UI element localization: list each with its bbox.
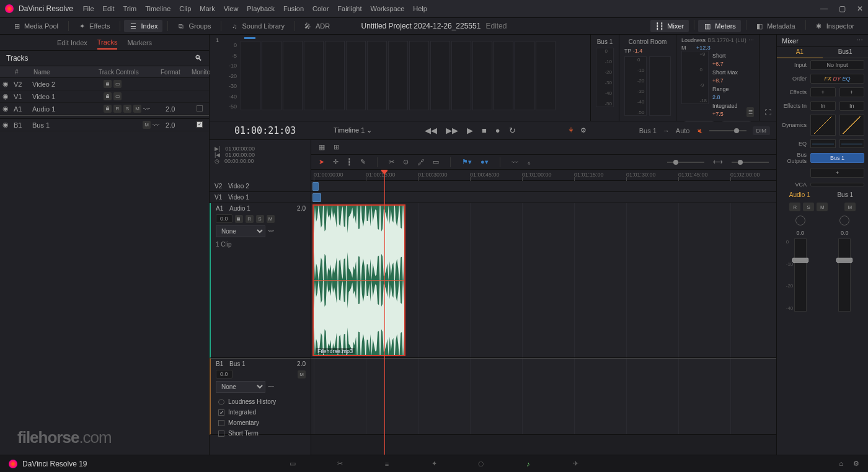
- metadata-button[interactable]: ◧Metadata: [750, 20, 800, 32]
- inspector-button[interactable]: ✱Inspector: [810, 20, 859, 32]
- expand-icon[interactable]: ⛶: [764, 108, 771, 116]
- range-tool[interactable]: ┇: [347, 158, 352, 166]
- check-short-term[interactable]: [218, 430, 224, 437]
- page-cut[interactable]: ✂: [331, 455, 348, 473]
- rewind-button[interactable]: ◀◀: [425, 126, 437, 135]
- record-arm-button[interactable]: R: [246, 215, 254, 223]
- bus-output-a1[interactable]: Bus 1: [810, 153, 864, 163]
- track-row-v1[interactable]: ◉ V1 Video 1 🔒︎▭: [0, 90, 209, 103]
- automation-settings-icon[interactable]: ⚙: [580, 126, 587, 134]
- track-row-v2[interactable]: ◉ V2 Video 2 🔒︎▭: [0, 78, 209, 90]
- menu-fusion[interactable]: Fusion: [283, 5, 304, 12]
- page-fusion[interactable]: ✦: [425, 455, 443, 473]
- project-settings-icon[interactable]: ⚙: [853, 460, 859, 468]
- fit-width-icon[interactable]: ⟷: [713, 158, 723, 166]
- waveform-icon[interactable]: 〰: [512, 159, 518, 166]
- eq-bus[interactable]: [839, 139, 865, 148]
- page-media[interactable]: ▭: [284, 455, 301, 473]
- dynamics-a1[interactable]: [810, 115, 836, 136]
- monitor-volume-slider[interactable]: [709, 130, 746, 131]
- tl-header-v2[interactable]: V2Video 2: [210, 181, 311, 192]
- pan-knob[interactable]: [795, 216, 805, 225]
- play-button[interactable]: ▶: [467, 126, 473, 135]
- visibility-icon[interactable]: ◉: [0, 80, 11, 88]
- snap-tool[interactable]: ⊙: [403, 158, 409, 166]
- vca-select[interactable]: [810, 183, 864, 186]
- solo-button[interactable]: S: [803, 203, 814, 211]
- mute-button[interactable]: M: [267, 215, 275, 223]
- menu-fairlight[interactable]: Fairlight: [337, 5, 361, 12]
- sound-library-button[interactable]: ♫Sound Library: [225, 20, 290, 32]
- loop-button[interactable]: ↻: [509, 126, 516, 135]
- go-start-icon[interactable]: |◀: [215, 152, 220, 158]
- gain-field[interactable]: 0.0: [216, 370, 232, 378]
- effects-button[interactable]: ✦Effects: [73, 20, 115, 32]
- curve-icon[interactable]: 〰: [268, 228, 274, 235]
- timeline-ruler[interactable]: 01:00:00:0001:00:15:0001:00:30:0001:00:4…: [311, 170, 776, 181]
- fast-forward-button[interactable]: ▶▶: [446, 126, 458, 135]
- crosshair-tool[interactable]: ✛: [333, 158, 339, 166]
- track-row-a1[interactable]: ◉ A1 Audio 1 🔒︎RSM〰 2.0: [0, 103, 209, 115]
- solo-button[interactable]: S: [123, 105, 131, 113]
- film-icon[interactable]: ▭: [113, 92, 122, 100]
- add-bus-output[interactable]: +: [810, 168, 864, 178]
- tl-header-b1[interactable]: B1Bus 12.0 0.0M None〰 Loudness History I…: [210, 358, 311, 435]
- gain-field[interactable]: 0.0: [216, 214, 232, 223]
- menu-mark[interactable]: Mark: [200, 5, 215, 12]
- options-icon[interactable]: ⋯: [856, 37, 863, 45]
- visibility-icon[interactable]: ◉: [0, 92, 11, 100]
- curve-icon[interactable]: 〰: [153, 121, 159, 129]
- stop-button[interactable]: ■: [482, 126, 487, 135]
- lock-icon[interactable]: 🔒︎: [104, 92, 112, 100]
- timecode-display[interactable]: 01:00:21:03: [234, 125, 309, 136]
- menu-timeline[interactable]: Timeline: [145, 5, 170, 12]
- mixer-button[interactable]: ┇┇Mixer: [650, 20, 689, 32]
- marker-icon[interactable]: ●▾: [480, 158, 489, 166]
- tl-header-v1[interactable]: V1Video 1: [210, 192, 311, 203]
- mute-button[interactable]: M: [298, 370, 306, 378]
- menu-color[interactable]: Color: [312, 5, 329, 12]
- automation-icon[interactable]: ⚘: [568, 126, 574, 134]
- duration-icon[interactable]: ◷: [215, 158, 219, 164]
- home-icon[interactable]: ⌂: [839, 460, 843, 468]
- record-arm-button[interactable]: R: [789, 203, 800, 211]
- menu-playback[interactable]: Playback: [247, 5, 275, 12]
- menu-trim[interactable]: Trim: [123, 5, 137, 12]
- check-momentary[interactable]: [218, 420, 224, 426]
- vertical-zoom-slider[interactable]: [667, 162, 704, 163]
- go-end-icon[interactable]: ▶|: [215, 146, 220, 152]
- close-icon[interactable]: ✕: [857, 4, 863, 13]
- lock-icon[interactable]: 🔒︎: [104, 80, 112, 88]
- meters-button[interactable]: ▥Meters: [698, 20, 741, 32]
- monitor-bus[interactable]: Bus 1: [639, 127, 657, 134]
- flag-icon[interactable]: ⚑▾: [462, 158, 472, 166]
- timeline-selector[interactable]: Timeline 1 ⌄: [334, 126, 372, 134]
- options-icon[interactable]: ⋯: [748, 37, 754, 43]
- adr-button[interactable]: 🎤︎ADR: [299, 20, 335, 32]
- effects-order[interactable]: FX DY EQ: [810, 74, 864, 84]
- tab-markers[interactable]: Markers: [127, 37, 152, 49]
- lock-icon[interactable]: 🔒︎: [104, 105, 112, 113]
- curve-icon[interactable]: 〰: [143, 105, 150, 113]
- timeline-canvas[interactable]: 01:00:00:0001:00:15:0001:00:30:0001:00:4…: [311, 170, 776, 455]
- monitor-auto[interactable]: Auto: [676, 127, 690, 134]
- tab-edit-index[interactable]: Edit Index: [57, 37, 87, 49]
- tab-tracks[interactable]: Tracks: [97, 36, 118, 50]
- playhead[interactable]: [384, 170, 385, 455]
- check-integrated[interactable]: [218, 409, 224, 416]
- monitor-mute-button[interactable]: 🔇︎: [696, 127, 703, 134]
- mute-button[interactable]: M: [133, 105, 141, 113]
- page-fairlight[interactable]: ♪: [520, 455, 537, 473]
- add-effect-bus[interactable]: +: [839, 87, 865, 97]
- fader-handle[interactable]: [792, 258, 808, 263]
- selection-tool[interactable]: ➤: [319, 158, 324, 166]
- fader-a1[interactable]: 0-10-20-40: [794, 238, 807, 312]
- add-effect-a1[interactable]: +: [810, 87, 836, 97]
- film-icon[interactable]: ▭: [113, 80, 122, 88]
- grid-icon[interactable]: ⊞: [334, 143, 339, 151]
- menu-view[interactable]: View: [224, 5, 239, 12]
- settings-icon[interactable]: ☰: [746, 107, 754, 117]
- automation-mode-select[interactable]: None: [216, 381, 265, 393]
- visibility-icon[interactable]: ◉: [0, 105, 11, 113]
- groups-button[interactable]: ⧉Groups: [172, 20, 216, 32]
